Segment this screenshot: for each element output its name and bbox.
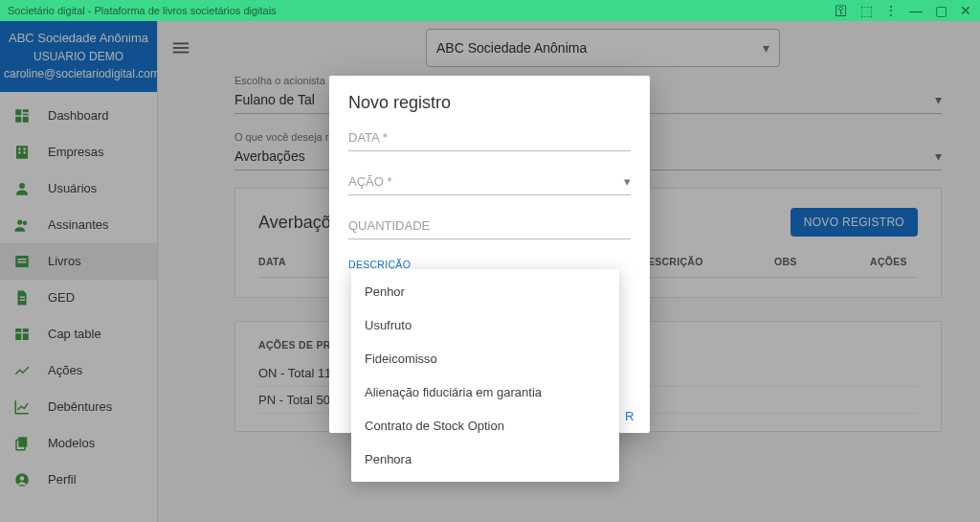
- dropdown-option-alienacao[interactable]: Alienação fiduciária em garantia: [351, 375, 619, 409]
- maximize-icon[interactable]: ▢: [934, 4, 947, 17]
- chevron-down-icon: ▾: [624, 174, 631, 189]
- dropdown-option-stock-option[interactable]: Contrato de Stock Option: [351, 409, 619, 443]
- dropdown-option-fideicomisso[interactable]: Fideicomisso: [351, 342, 619, 375]
- dropdown-option-penhora[interactable]: Penhora: [351, 443, 619, 476]
- dropdown-option-usufruto[interactable]: Usufruto: [351, 308, 619, 342]
- minimize-icon[interactable]: —: [909, 4, 923, 17]
- more-icon[interactable]: ⋮: [884, 4, 898, 17]
- modal-title: Novo registro: [348, 93, 631, 113]
- dropdown-option-penhor[interactable]: Penhor: [351, 275, 619, 308]
- window-controls: ⚿ ⬚ ⋮ — ▢ ✕: [835, 4, 972, 17]
- window-title: Societário digital - Plataforma de livro…: [8, 5, 277, 16]
- extension-icon[interactable]: ⬚: [859, 4, 873, 17]
- modal-action-link[interactable]: R: [625, 409, 635, 423]
- acao-select-label: AÇÃO *: [348, 174, 392, 189]
- window-titlebar: Societário digital - Plataforma de livro…: [0, 0, 980, 21]
- quantidade-input[interactable]: QUANTIDADE: [348, 215, 631, 239]
- quantidade-label: QUANTIDADE: [348, 218, 430, 233]
- data-input-label: DATA *: [348, 130, 388, 145]
- data-input[interactable]: DATA *: [348, 126, 631, 151]
- key-icon[interactable]: ⚿: [835, 4, 848, 17]
- close-icon[interactable]: ✕: [959, 4, 972, 17]
- acao-select[interactable]: AÇÃO * ▾: [348, 170, 631, 195]
- acao-dropdown: Penhor Usufruto Fideicomisso Alienação f…: [351, 269, 619, 482]
